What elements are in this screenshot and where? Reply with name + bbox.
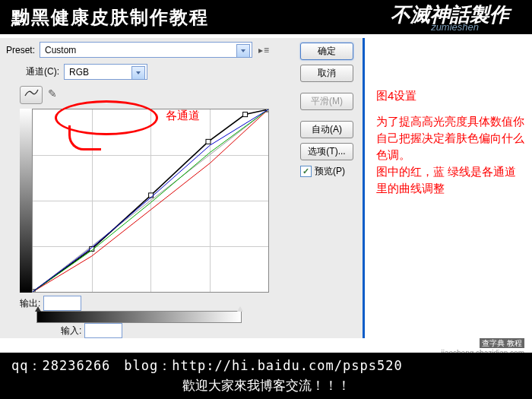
cancel-button[interactable]: 取消 xyxy=(300,65,353,82)
preview-label: 预览(P) xyxy=(315,165,345,178)
preview-checkbox[interactable]: ✓ 预览(P) xyxy=(300,165,353,178)
white-point-handle[interactable] xyxy=(237,306,243,312)
preset-select[interactable]: Custom xyxy=(40,42,252,58)
checkmark-icon: ✓ xyxy=(300,166,312,177)
svg-rect-4 xyxy=(243,112,248,117)
annotation-title: 图4设置 xyxy=(376,87,524,104)
chevron-down-icon[interactable] xyxy=(236,44,250,58)
channel-note: 各通道 xyxy=(166,109,200,123)
input-input[interactable] xyxy=(84,323,122,338)
footer-contact: qq：28236266 blog：http://hi.baidu.com/psp… xyxy=(11,357,521,375)
chevron-down-icon[interactable] xyxy=(131,66,145,80)
brand-subtitle: zumieshen xyxy=(431,21,479,33)
footer: qq：28236266 blog：http://hi.baidu.com/psp… xyxy=(0,353,532,399)
curve-tool-button[interactable] xyxy=(20,86,43,104)
input-gradient xyxy=(36,311,242,323)
svg-rect-3 xyxy=(206,139,211,144)
curves-dialog: Preset: Custom 通道(C): RGB 输出: 输入: xyxy=(0,38,365,338)
ok-button[interactable]: 确定 xyxy=(300,43,353,60)
annotation-body: 为了提高高光亮度具体数值你自己把握决定着肤色偏向什么色调。 图中的红，蓝 绿线是… xyxy=(376,113,524,197)
channel-select[interactable]: RGB xyxy=(64,64,147,80)
preset-label: Preset: xyxy=(6,45,35,55)
pencil-tool-icon[interactable] xyxy=(48,87,57,100)
plot-area[interactable] xyxy=(32,109,269,293)
watermark-name: 查字典 教程 xyxy=(480,338,524,348)
svg-rect-2 xyxy=(149,193,154,198)
smooth-button: 平滑(M) xyxy=(300,93,353,110)
options-button[interactable]: 选项(T)... xyxy=(300,143,353,160)
channel-label: 通道(C): xyxy=(26,65,59,78)
input-label: 输入: xyxy=(61,325,81,337)
channel-value: RGB xyxy=(69,67,89,78)
annotation-text: 图4设置 为了提高高光亮度具体数值你自己把握决定着肤色偏向什么色调。 图中的红，… xyxy=(376,87,524,197)
footer-welcome: 歡迎大家來我博客交流！！！ xyxy=(11,377,521,394)
output-input[interactable] xyxy=(43,296,81,311)
menu-icon[interactable] xyxy=(258,45,272,55)
curve-lines xyxy=(33,109,268,292)
page-title: 黝黑健康皮肤制作教程 xyxy=(11,5,209,30)
output-gradient xyxy=(20,109,32,293)
auto-button[interactable]: 自动(A) xyxy=(300,121,353,138)
preset-value: Custom xyxy=(45,45,76,55)
curves-graph[interactable] xyxy=(20,109,269,293)
black-point-handle[interactable] xyxy=(35,306,41,312)
